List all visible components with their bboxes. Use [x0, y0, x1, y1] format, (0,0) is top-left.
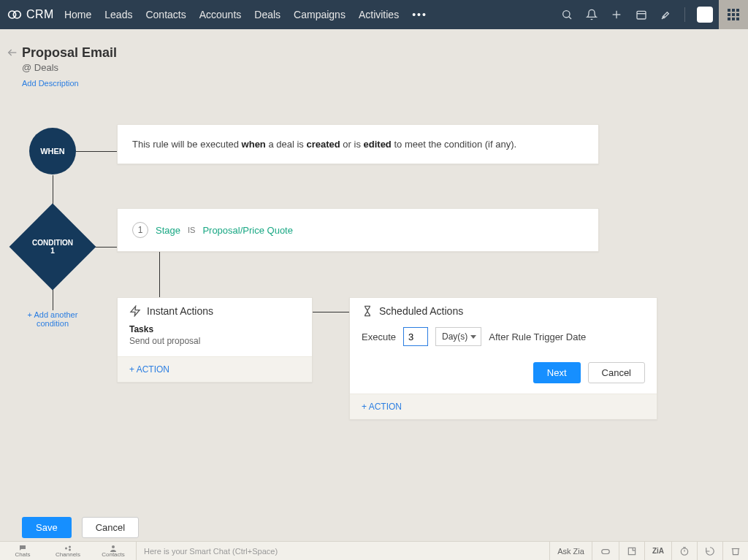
- svg-point-1: [13, 11, 20, 18]
- module-name: Deals: [34, 62, 58, 73]
- search-icon[interactable]: [560, 8, 573, 21]
- smart-chat-input[interactable]: Here is your Smart Chat (Ctrl+Space): [137, 547, 549, 556]
- bb-sticky-icon[interactable]: [619, 542, 644, 561]
- plus-icon[interactable]: [610, 8, 623, 21]
- nav-activities[interactable]: Activities: [359, 9, 399, 20]
- footer-buttons: Save Cancel: [22, 517, 139, 538]
- bottombar-right: Ask Zia ZiA: [549, 542, 748, 561]
- condition-field[interactable]: Stage: [156, 225, 180, 236]
- svg-point-10: [65, 548, 67, 550]
- nav-campaigns[interactable]: Campaigns: [294, 9, 346, 20]
- nav-contacts[interactable]: Contacts: [145, 9, 186, 20]
- topbar-icons: [560, 7, 713, 23]
- scheduled-actions-panel: Scheduled Actions Execute Day(s) After R…: [349, 297, 657, 420]
- svg-point-13: [112, 545, 115, 548]
- connector: [159, 252, 160, 297]
- bb-clock-icon[interactable]: [671, 542, 697, 561]
- separator: [684, 7, 685, 22]
- condition-number: 1: [132, 222, 148, 238]
- bb-zia-icon[interactable]: ZiA: [644, 542, 671, 561]
- nav-deals[interactable]: Deals: [254, 9, 280, 20]
- bottom-bar: Chats Channels Contacts Here is your Sma…: [0, 541, 748, 560]
- when-text: This rule will be executed when a deal i…: [132, 139, 516, 150]
- avatar[interactable]: [697, 7, 713, 23]
- save-button[interactable]: Save: [22, 517, 72, 538]
- nav-leads[interactable]: Leads: [104, 9, 132, 20]
- scheduled-actions-title: Scheduled Actions: [379, 305, 463, 317]
- svg-marker-9: [131, 306, 140, 315]
- nav-more-icon[interactable]: •••: [412, 9, 427, 20]
- when-suffix: to meet the condition (if any).: [392, 139, 516, 150]
- connector: [76, 151, 117, 152]
- nav-accounts[interactable]: Accounts: [199, 9, 242, 20]
- bb-trash-icon[interactable]: [722, 542, 748, 561]
- svg-point-11: [69, 546, 71, 548]
- scheduled-add-action[interactable]: + ACTION: [350, 394, 657, 419]
- condition-node[interactable]: [9, 204, 96, 291]
- rule-title: Proposal Email: [22, 45, 726, 61]
- module-prefix: @: [22, 62, 34, 73]
- rule-module: @ Deals: [22, 62, 726, 73]
- cancel-button[interactable]: Cancel: [82, 517, 139, 538]
- svg-line-3: [569, 17, 571, 19]
- task-block: Tasks Send out proposal: [118, 321, 312, 356]
- scheduled-actions-header: Scheduled Actions: [350, 298, 657, 321]
- when-mid2: or is: [340, 139, 364, 150]
- condition-operator: IS: [188, 226, 195, 234]
- bb-chats-label: Chats: [0, 551, 45, 558]
- when-panel[interactable]: This rule will be executed when a deal i…: [117, 124, 599, 164]
- next-button[interactable]: Next: [533, 362, 581, 383]
- when-node[interactable]: WHEN: [29, 128, 76, 174]
- calendar-icon[interactable]: [635, 8, 648, 21]
- brand-logo-icon: [7, 7, 22, 22]
- condition-value[interactable]: Proposal/Price Quote: [202, 225, 293, 236]
- scheduled-buttons: Next Cancel: [362, 362, 645, 383]
- when-mid1: a deal is: [266, 139, 307, 150]
- condition-panel[interactable]: 1 Stage IS Proposal/Price Quote: [117, 208, 599, 252]
- instant-add-action[interactable]: + ACTION: [118, 356, 312, 382]
- brand[interactable]: CRM: [7, 7, 54, 22]
- bb-chats[interactable]: Chats: [0, 544, 45, 558]
- bottombar-left: Chats Channels Contacts: [0, 544, 136, 558]
- when-b1: when: [242, 139, 266, 150]
- brand-text: CRM: [26, 8, 54, 21]
- svg-point-16: [681, 548, 687, 554]
- scheduled-cancel-button[interactable]: Cancel: [588, 362, 645, 383]
- after-trigger-text: After Rule Trigger Date: [489, 331, 586, 342]
- execute-value-input[interactable]: [403, 327, 428, 346]
- workflow-canvas: WHEN This rule will be executed when a d…: [0, 106, 748, 509]
- bell-icon[interactable]: [585, 8, 598, 21]
- execute-unit-value: Day(s): [442, 331, 468, 342]
- instant-actions-panel: Instant Actions Tasks Send out proposal …: [117, 297, 313, 383]
- bb-channels[interactable]: Channels: [45, 544, 91, 558]
- add-condition-link[interactable]: + Add another condition: [22, 310, 83, 328]
- lightning-icon: [129, 305, 141, 317]
- connector: [313, 312, 349, 312]
- execute-label: Execute: [362, 331, 396, 342]
- nav-items: Home Leads Contacts Accounts Deals Campa…: [64, 9, 427, 20]
- nav-home[interactable]: Home: [64, 9, 91, 20]
- tasks-label: Tasks: [129, 324, 300, 334]
- top-nav: CRM Home Leads Contacts Accounts Deals C…: [0, 0, 748, 29]
- instant-actions-title: Instant Actions: [147, 305, 213, 317]
- bb-contacts-label: Contacts: [91, 551, 136, 558]
- tools-icon[interactable]: [660, 8, 673, 21]
- execute-unit-select[interactable]: Day(s): [435, 327, 481, 346]
- when-node-label: WHEN: [40, 147, 65, 156]
- bb-history-icon[interactable]: [697, 542, 722, 561]
- apps-grid-icon[interactable]: [719, 0, 748, 29]
- instant-actions-header: Instant Actions: [118, 298, 312, 321]
- when-prefix: This rule will be executed: [132, 139, 242, 150]
- task-name[interactable]: Send out proposal: [129, 336, 300, 346]
- add-description-link[interactable]: Add Description: [22, 79, 79, 88]
- svg-rect-14: [602, 549, 610, 553]
- bb-game-icon[interactable]: [592, 542, 619, 561]
- svg-rect-15: [628, 548, 635, 554]
- ask-zia-button[interactable]: Ask Zia: [549, 542, 592, 561]
- when-b2: created: [306, 139, 340, 150]
- when-b3: edited: [364, 139, 392, 150]
- svg-point-2: [563, 11, 570, 18]
- svg-rect-6: [637, 11, 646, 19]
- bb-contacts[interactable]: Contacts: [91, 544, 136, 558]
- back-arrow-icon[interactable]: [4, 47, 20, 61]
